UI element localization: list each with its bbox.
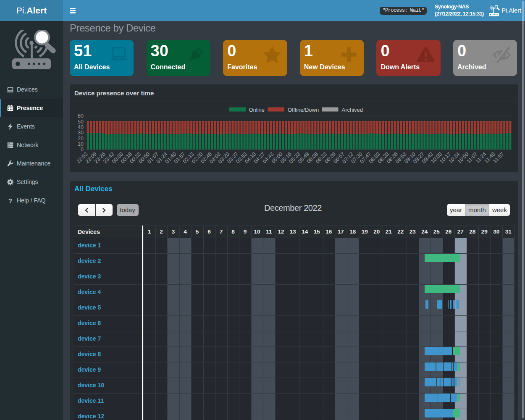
svg-text:30: 30: [78, 130, 84, 136]
svg-text:10: 10: [78, 141, 84, 147]
svg-text:50: 50: [78, 119, 84, 125]
svg-text:60: 60: [78, 113, 84, 119]
svg-text:20: 20: [78, 136, 84, 142]
svg-text:0: 0: [81, 147, 84, 152]
svg-text:40: 40: [78, 124, 84, 130]
